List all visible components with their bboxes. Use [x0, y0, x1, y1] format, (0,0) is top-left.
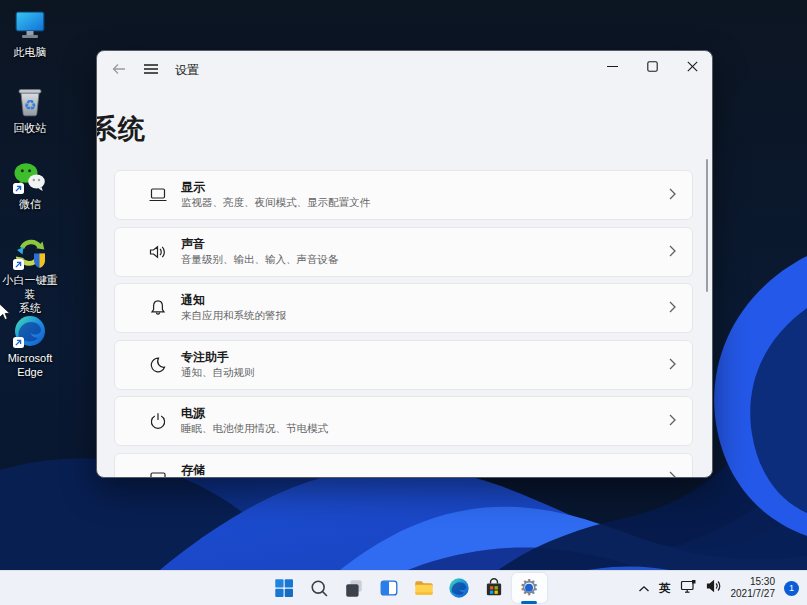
shortcut-arrow-icon	[13, 337, 24, 348]
settings-item-title: 显示	[181, 179, 205, 196]
settings-item-subtitle: 监视器、亮度、夜间模式、显示配置文件	[181, 196, 370, 210]
desktop-icon-label: 微信	[0, 197, 62, 211]
settings-item-power[interactable]: 电源 睡眠、电池使用情况、节电模式	[114, 396, 693, 446]
window-titlebar[interactable]: 设置	[97, 51, 712, 87]
chevron-right-icon	[669, 469, 676, 478]
chevron-right-icon	[669, 356, 676, 374]
start-button[interactable]	[267, 573, 302, 603]
edge-icon	[13, 314, 47, 348]
moon-icon	[148, 355, 168, 375]
desktop-icon-label: 此电脑	[0, 45, 62, 59]
xiaobai-reinstall-icon	[13, 236, 47, 270]
minimize-button[interactable]	[592, 51, 632, 81]
settings-item-subtitle: 睡眠、电池使用情况、节电模式	[181, 422, 328, 436]
widgets-icon	[378, 577, 400, 599]
chevron-right-icon	[669, 299, 676, 317]
settings-item-display[interactable]: 显示 监视器、亮度、夜间模式、显示配置文件	[114, 170, 693, 220]
store-button[interactable]	[477, 573, 512, 603]
power-icon	[148, 411, 168, 431]
search-button[interactable]	[302, 573, 337, 603]
ime-indicator[interactable]: 英	[659, 581, 671, 596]
file-explorer-button[interactable]	[407, 573, 442, 603]
desktop-icon-this-pc[interactable]: 此电脑	[0, 8, 62, 59]
settings-item-title: 专注助手	[181, 349, 229, 366]
close-button[interactable]	[672, 51, 712, 81]
settings-item-focus-assist[interactable]: 专注助手 通知、自动规则	[114, 340, 693, 390]
desktop-icon-recycle-bin[interactable]: ♻ 回收站	[0, 84, 62, 135]
system-tray: 英 15:30 2021/7/27 1	[638, 571, 799, 605]
settings-item-storage[interactable]: 存储	[114, 453, 693, 478]
settings-taskbar-button[interactable]: ⚙	[512, 573, 547, 603]
shortcut-arrow-icon	[13, 259, 24, 270]
chevron-right-icon	[669, 186, 676, 204]
settings-item-title: 通知	[181, 292, 205, 309]
notification-badge[interactable]: 1	[784, 581, 799, 596]
settings-item-sound[interactable]: 声音 音量级别、输出、输入、声音设备	[114, 227, 693, 277]
search-icon	[309, 578, 330, 599]
microsoft-store-icon	[483, 577, 505, 599]
file-explorer-icon	[413, 577, 435, 599]
desktop-icon-label: 回收站	[0, 121, 62, 135]
active-app-indicator	[521, 601, 537, 604]
gear-icon: ⚙	[519, 577, 539, 599]
shortcut-arrow-icon	[13, 183, 24, 194]
edge-icon	[448, 577, 470, 599]
desktop-icon-label: Microsoft Edge	[0, 351, 62, 379]
chevron-right-icon	[669, 243, 676, 261]
clock-time: 15:30	[731, 576, 776, 588]
settings-item-title: 存储	[181, 462, 205, 478]
task-view-button[interactable]	[337, 573, 372, 603]
display-icon	[148, 185, 168, 205]
volume-icon[interactable]	[706, 579, 722, 597]
svg-text:♻: ♻	[24, 97, 37, 113]
settings-window: 设置 系统 显示 监视器、亮度、夜间模式、显示配置文件	[96, 50, 713, 478]
taskbar-clock[interactable]: 15:30 2021/7/27	[731, 576, 776, 600]
settings-item-notifications[interactable]: 通知 来自应用和系统的警报	[114, 283, 693, 333]
taskbar: ⚙ 英 15:30 2021/7/27 1	[0, 570, 807, 605]
tray-chevron-up-icon[interactable]	[638, 579, 650, 597]
sound-icon	[148, 242, 168, 262]
windows-start-icon	[273, 577, 295, 599]
hamburger-menu-button[interactable]	[137, 56, 165, 82]
wechat-icon	[13, 160, 47, 194]
desktop-icon-wechat[interactable]: 微信	[0, 160, 62, 211]
settings-item-title: 电源	[181, 405, 205, 422]
window-scrollbar[interactable]	[706, 159, 708, 292]
bell-icon	[148, 298, 168, 318]
settings-item-subtitle: 通知、自动规则	[181, 366, 255, 380]
mouse-cursor	[0, 303, 11, 326]
network-icon[interactable]	[680, 579, 697, 598]
settings-item-subtitle: 来自应用和系统的警报	[181, 309, 286, 323]
maximize-button[interactable]	[632, 51, 672, 81]
window-title: 设置	[175, 62, 199, 79]
taskbar-center-icons: ⚙	[267, 573, 547, 603]
settings-item-subtitle: 音量级别、输出、输入、声音设备	[181, 253, 339, 267]
chevron-right-icon	[669, 412, 676, 430]
clock-date: 2021/7/27	[731, 588, 776, 600]
widgets-button[interactable]	[372, 573, 407, 603]
task-view-icon	[343, 577, 365, 599]
this-pc-icon	[13, 8, 47, 42]
settings-item-title: 声音	[181, 236, 205, 253]
page-title: 系统	[96, 111, 146, 147]
recycle-bin-icon: ♻	[13, 84, 47, 118]
back-button[interactable]	[105, 56, 133, 82]
storage-icon	[148, 468, 168, 478]
edge-taskbar-button[interactable]	[442, 573, 477, 603]
